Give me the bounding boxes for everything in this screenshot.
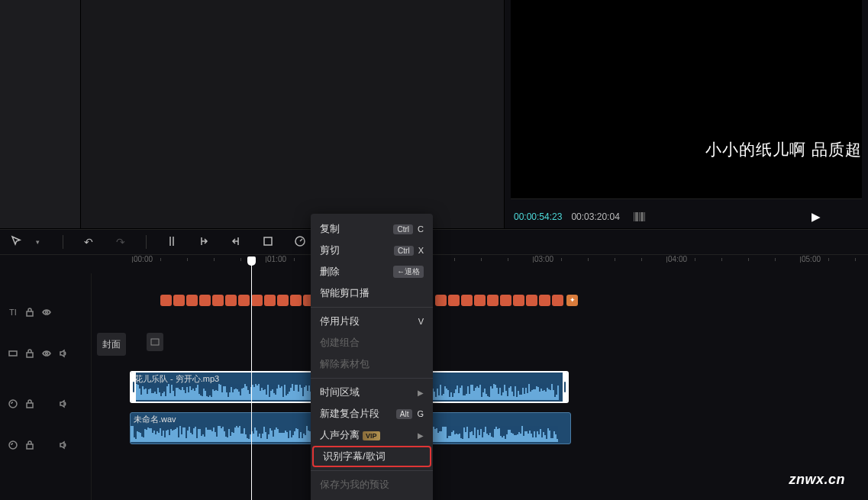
trim-left-icon[interactable] (197, 235, 211, 250)
timecode-total: 00:03:20:04 (571, 211, 619, 222)
ctx-separator (311, 470, 433, 471)
text-track-icon: TI (8, 307, 18, 318)
audio-track-header (0, 434, 92, 456)
ctx-voice-separation[interactable]: 人声分离VIP▶ (311, 424, 433, 446)
ruler-mark: 05:00 (802, 255, 821, 263)
text-track-header: TI (0, 301, 92, 324)
ctx-av-align: 视音频对齐 (311, 495, 433, 500)
speed-icon[interactable] (293, 235, 307, 250)
mute-icon[interactable] (58, 440, 69, 450)
lock-icon[interactable] (24, 307, 35, 318)
ruler-mark: 01:00 (267, 255, 286, 263)
svg-point-7 (46, 353, 48, 355)
svg-rect-5 (9, 351, 17, 356)
audio-track-icon (8, 398, 18, 409)
svg-rect-6 (27, 353, 33, 357)
split-icon[interactable] (165, 235, 179, 250)
play-button[interactable]: ▶ (812, 210, 821, 224)
clip-label: 未命名.wav (134, 414, 176, 425)
svg-point-4 (46, 311, 48, 314)
mute-icon[interactable] (58, 348, 69, 359)
timecode-current: 00:00:54:23 (514, 211, 562, 222)
ctx-disable-clip[interactable]: 停用片段V (311, 311, 433, 332)
trim-handle-left[interactable] (131, 373, 136, 402)
ctx-copy[interactable]: 复制CtrlC (311, 218, 433, 240)
trim-handle-right[interactable] (563, 373, 567, 402)
svg-point-10 (9, 441, 17, 449)
cover-button[interactable]: 封面 (97, 333, 126, 356)
mute-icon[interactable] (58, 398, 69, 409)
visibility-icon[interactable] (41, 307, 52, 318)
subtitle-overlay: 小小的纸儿啊 品质超 (705, 139, 862, 160)
ctx-time-range[interactable]: 时间区域▶ (311, 382, 433, 403)
lock-icon[interactable] (24, 348, 35, 359)
watermark: znwx.cn (789, 472, 845, 488)
caption-clips[interactable]: ✦ (435, 293, 578, 307)
dropdown-arrow-icon[interactable]: ▾ (31, 238, 44, 246)
ctx-smart-cut[interactable]: 智能剪口播 (311, 282, 433, 304)
ctx-cut[interactable]: 剪切CtrlX (311, 240, 433, 261)
video-track-header (0, 342, 92, 365)
pointer-tool-icon[interactable] (9, 235, 23, 250)
clip-label: 花儿乐队 - 穷开心.mp3 (134, 373, 219, 385)
clip-placeholder-icon[interactable] (147, 333, 163, 351)
vip-badge: VIP (363, 431, 380, 440)
audio-track-header (0, 392, 92, 415)
svg-rect-0 (264, 237, 272, 245)
aspect-ratio-icon[interactable] (634, 212, 645, 221)
caption-clips[interactable] (160, 293, 315, 307)
asset-library-panel (81, 0, 505, 229)
ctx-new-compound[interactable]: 新建复合片段AltG (311, 403, 433, 424)
ruler-mark: 00:00 (134, 255, 153, 263)
trim-right-icon[interactable] (229, 235, 243, 250)
svg-rect-9 (27, 403, 33, 408)
playhead[interactable] (251, 256, 252, 500)
svg-point-8 (9, 400, 17, 408)
svg-rect-11 (27, 444, 33, 449)
crop-icon[interactable] (261, 235, 275, 250)
redo-icon: ↷ (114, 236, 127, 248)
ctx-save-preset: 保存为我的预设 (311, 474, 433, 495)
lock-icon[interactable] (24, 398, 35, 409)
ctx-separator (311, 307, 433, 308)
audio-track-icon (8, 440, 18, 450)
svg-rect-12 (151, 339, 159, 345)
timeline-area: 00:00 01:00 02:00 03:00 04:00 05:00 TI (0, 255, 868, 500)
preview-panel: 小小的纸儿啊 品质超 00:00:54:23 00:03:20:04 ▶ (505, 0, 868, 229)
ctx-delete[interactable]: 删除←退格 (311, 261, 433, 282)
undo-icon[interactable]: ↶ (82, 236, 95, 248)
video-preview[interactable]: 小小的纸儿啊 品质超 (511, 0, 862, 199)
ctx-separator (311, 378, 433, 379)
track-headers: TI (0, 273, 92, 500)
video-track-icon (8, 348, 18, 359)
time-ruler[interactable]: 00:00 01:00 02:00 03:00 04:00 05:00 (92, 255, 868, 273)
timeline-toolbar: ▾ ↶ ↷ (0, 229, 868, 255)
ctx-recognize-subtitles[interactable]: 识别字幕/歌词 (312, 446, 431, 467)
visibility-icon[interactable] (41, 348, 52, 359)
asset-folder-panel (0, 0, 81, 229)
context-menu: 复制CtrlC 剪切CtrlX 删除←退格 智能剪口播 停用片段V 创建组合 解… (311, 214, 433, 500)
ruler-mark: 04:00 (668, 255, 687, 263)
ctx-unpack: 解除素材包 (311, 353, 433, 375)
ctx-create-group: 创建组合 (311, 332, 433, 353)
lock-icon[interactable] (24, 440, 35, 450)
svg-rect-3 (27, 311, 33, 316)
ruler-mark: 03:00 (534, 255, 553, 263)
